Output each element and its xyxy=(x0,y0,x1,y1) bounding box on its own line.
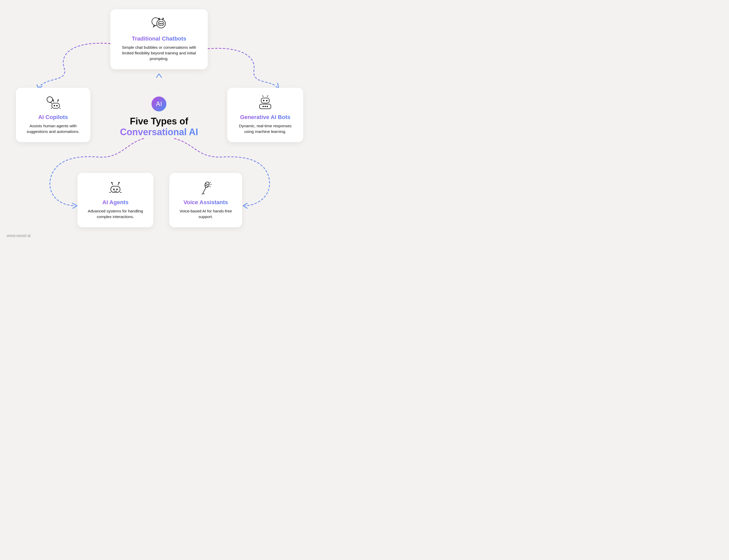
card-voice-assistants: Voice Assistants Voice-based AI for hand… xyxy=(169,173,242,227)
svg-point-35 xyxy=(204,181,210,188)
svg-rect-10 xyxy=(52,103,60,108)
card-title: AI Agents xyxy=(102,199,129,206)
svg-line-20 xyxy=(263,95,263,97)
diagram-center: AI Five Types of Conversational AI xyxy=(120,96,198,138)
ai-badge: AI xyxy=(152,96,166,111)
card-title: Generative AI Bots xyxy=(240,114,290,121)
card-title: AI Copilots xyxy=(38,114,68,121)
title-line-2: Conversational AI xyxy=(120,127,198,137)
svg-point-19 xyxy=(266,100,267,101)
svg-point-32 xyxy=(111,182,112,183)
card-ai-copilots: AI Copilots Assists human agents with su… xyxy=(16,88,90,142)
svg-point-34 xyxy=(119,182,119,183)
svg-point-27 xyxy=(267,106,268,107)
svg-line-22 xyxy=(267,95,268,97)
svg-point-14 xyxy=(53,100,54,101)
svg-line-33 xyxy=(118,183,119,185)
card-desc: Simple chat bubbles or conversations wit… xyxy=(118,45,200,62)
card-traditional-chatbots: Traditional Chatbots Simple chat bubbles… xyxy=(110,9,208,69)
card-title: Voice Assistants xyxy=(183,199,228,206)
svg-point-4 xyxy=(162,23,162,24)
svg-point-9 xyxy=(47,97,53,102)
svg-point-8 xyxy=(163,18,164,19)
svg-point-16 xyxy=(58,100,59,101)
diagram-title: Five Types of Conversational AI xyxy=(120,116,198,138)
svg-point-25 xyxy=(263,106,263,107)
card-title: Traditional Chatbots xyxy=(132,35,186,42)
card-ai-agents: AI Agents Advanced systems for handling … xyxy=(77,173,153,227)
microphone-icon xyxy=(199,180,212,195)
svg-point-30 xyxy=(116,189,117,190)
svg-point-6 xyxy=(159,18,160,19)
svg-line-15 xyxy=(57,101,58,102)
svg-line-37 xyxy=(205,185,208,186)
svg-point-12 xyxy=(56,105,57,106)
card-generative-ai-bots: Generative AI Bots Dynamic, real-time re… xyxy=(227,88,303,142)
bot-agent-icon xyxy=(107,180,124,195)
svg-line-31 xyxy=(112,183,113,185)
svg-line-13 xyxy=(53,101,54,102)
card-desc: Voice-based AI for hands-free support. xyxy=(176,208,235,220)
card-desc: Advanced systems for handling complex in… xyxy=(84,208,147,220)
card-desc: Dynamic, real-time responses using machi… xyxy=(234,123,297,134)
svg-point-26 xyxy=(265,106,265,107)
svg-line-36 xyxy=(205,184,209,185)
bot-speech-icon xyxy=(44,94,62,110)
title-line-1: Five Types of xyxy=(130,116,188,126)
card-desc: Assists human agents with suggestions an… xyxy=(23,123,84,134)
svg-point-11 xyxy=(54,105,55,106)
svg-rect-17 xyxy=(261,98,269,103)
svg-point-29 xyxy=(113,189,114,190)
svg-point-3 xyxy=(160,23,160,24)
svg-point-18 xyxy=(263,100,264,101)
bot-typing-icon xyxy=(256,94,274,110)
chat-bubbles-bot-icon xyxy=(150,16,169,32)
attribution-text: www.eesel.ai xyxy=(7,233,31,238)
